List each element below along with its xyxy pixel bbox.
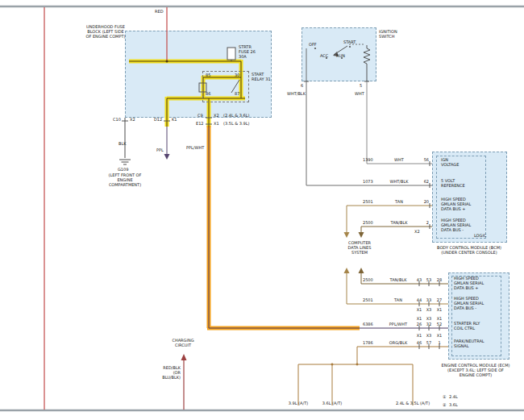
ecm-xrow: X1 <box>435 333 444 338</box>
ignition-switch-title: IGNITION SWITCH <box>379 29 406 39</box>
whtblk-wire-label: WHT/BLK <box>287 91 306 96</box>
circuit-2501: 2501 <box>363 199 373 204</box>
ignition-pin-6: 6 <box>301 83 303 88</box>
ignition-pos-start: START <box>343 40 356 44</box>
ecm-xrow: X1 <box>414 333 424 338</box>
ecm-pin: 46 <box>414 340 424 345</box>
circuit-2501-ecm: 2501 <box>363 297 373 302</box>
ecm-xrow: X1 <box>414 307 424 312</box>
variant-label-24-35: 2.4L & 3.5L (A/T) <box>389 401 437 405</box>
relay-pin-87: 87 <box>235 91 239 96</box>
ecm-title: ENGINE CONTROL MODULE (ECM) (EXCEPT 3.6L… <box>440 363 511 377</box>
wht-wire <box>367 81 432 164</box>
bcm-pin-20: 20 <box>418 199 429 204</box>
whtblk-wire <box>306 48 432 185</box>
computer-data-lines-label: COMPUTER DATA LINES SYSTEM <box>343 240 376 255</box>
circuit-2500: 2500 <box>363 220 373 225</box>
ecm-fn-gmlan-plus: HIGH SPEED GMLAN SERIAL DATA BUS + <box>454 276 484 290</box>
wiring-diagram-page: RED UNDERHOOD FUSE BLOCK (LEFT SIDE OF E… <box>0 0 524 420</box>
ecm-pin: 26 <box>414 322 424 326</box>
circuit-1073-color: WHT/BLK <box>385 179 413 184</box>
pplwht-wire-label: PPL/WHT <box>186 145 204 150</box>
fuse-symbol <box>227 48 235 60</box>
relay-pin-30: 30 <box>235 73 239 77</box>
legend-num-1: ① <box>443 394 446 399</box>
circuit-1390: 1390 <box>363 157 373 162</box>
connector-c9-pin: X2 <box>214 113 219 118</box>
legend-item: ② 3.6L <box>443 402 458 407</box>
orgblk-junction-dot-1 <box>356 364 359 366</box>
connector-c9-note: (2.4L & 3.6L) <box>223 113 249 118</box>
ecm-pin: 44 <box>414 297 424 302</box>
tanblk-2500-upper-wire <box>361 227 432 232</box>
ecm-pin: 27 <box>435 297 444 302</box>
ecm-pin: 28 <box>435 277 444 282</box>
feed-wire-color-label: RED <box>155 9 163 14</box>
circuit-6386: 6386 <box>363 322 373 326</box>
fuse-block-title: UNDERHOOD FUSE BLOCK (LEFT SIDE OF ENGIN… <box>85 24 126 39</box>
relay-pin-85: 85 <box>206 73 210 77</box>
ecm-pin-ticks <box>419 281 439 349</box>
circuit-1073: 1073 <box>363 179 373 184</box>
bcm-pin-2: 2 <box>418 220 429 225</box>
charging-wire-color-label: RED/BLK (OR BLU/BLK) <box>160 365 181 380</box>
orgblk-junction-dot-2 <box>331 364 334 366</box>
orgblk-wire <box>298 347 448 405</box>
bcm-logic-label: LOGIC <box>474 233 486 238</box>
connector-e12: E12 <box>196 121 204 126</box>
contact-dot-start <box>349 46 351 48</box>
ecm-pin: 52 <box>435 322 444 326</box>
ignition-pos-off: OFF <box>309 42 317 47</box>
bcm-connector-x2: X2 <box>414 229 420 234</box>
ignition-resistor <box>364 45 370 81</box>
circuit-1786: 1786 <box>363 340 373 345</box>
bcm-pin-62: 62 <box>418 179 429 184</box>
circuit-2501-ecm-color: TAN <box>384 297 413 302</box>
legend-label-1: 2.4L <box>449 394 458 399</box>
charging-offpage-arrow <box>181 354 187 360</box>
ecm-fn-park-neutral: PARK/NEUTRAL SIGNAL <box>454 339 486 348</box>
circuit-2500-ecm-color: TAN/BLK <box>384 277 413 282</box>
ppl-wire-label: PPL <box>156 148 164 152</box>
ecm-xrow: X3 <box>424 316 434 321</box>
blk-wire-label: BLK <box>119 141 127 146</box>
legend-label-2: 3.6L <box>449 402 458 407</box>
circuit-1390-color: WHT <box>385 157 413 162</box>
legend-item: ① 2.4L <box>443 394 458 399</box>
bcm-fn-gmlan-plus: HIGH SPEED GMLAN SERIAL DATA BUS + <box>441 197 472 211</box>
ecm-pin: 1 <box>435 340 444 345</box>
ecm-xrow: X1 <box>435 307 444 312</box>
ecm-xrow: X3 <box>424 307 434 312</box>
ecm-pin: 57 <box>424 340 434 345</box>
ground-symbol <box>119 160 131 164</box>
ecm-fn-gmlan-minus: HIGH SPEED GMLAN SERIAL DATA BUS - <box>454 296 484 310</box>
arrow-down-2501 <box>344 232 350 238</box>
connector-d12: D12 <box>154 117 162 122</box>
ecm-pin: 33 <box>424 297 434 302</box>
ecm-pin: 43 <box>414 277 424 282</box>
circuit-2500-color: TAN/BLK <box>385 220 413 225</box>
ecm-pin: 32 <box>424 322 434 326</box>
ground-id: G109 <box>118 167 128 172</box>
ignition-pin-5: 5 <box>360 83 362 88</box>
relay-pin-86: 86 <box>206 91 210 96</box>
ecm-pin: 53 <box>424 277 434 282</box>
orange-highlight-wire <box>207 126 360 328</box>
bcm-fn-gmlan-minus: HIGH SPEED GMLAN SERIAL DATA BUS - <box>441 218 472 232</box>
ecm-fn-starter-rly: STARTER RLY COIL CTRL <box>454 321 486 331</box>
ignition-pos-acc: ACC <box>320 53 328 58</box>
ecm-xrow: X3 <box>424 333 434 338</box>
ecm-xrow: X1 <box>435 316 444 321</box>
bcm-fn-ign-voltage: IGN VOLTAGE <box>441 157 464 167</box>
ecm-xrow: X1 <box>414 316 424 321</box>
connector-c9: C9 <box>198 113 203 118</box>
bcm-pin-56: 56 <box>418 157 429 162</box>
circuit-2500-ecm: 2500 <box>363 277 373 282</box>
wht-wire-label: WHT <box>355 91 364 96</box>
circuit-1786-color: ORG/BLK <box>384 340 413 345</box>
charging-circuit-label: CHARGING CIRCUIT <box>164 338 202 347</box>
ignition-pos-run: RUN <box>336 53 345 58</box>
ignition-internal-symbols <box>314 44 370 81</box>
connector-c10-pin: X2 <box>130 117 135 122</box>
connector-c10: C10 <box>113 117 121 122</box>
